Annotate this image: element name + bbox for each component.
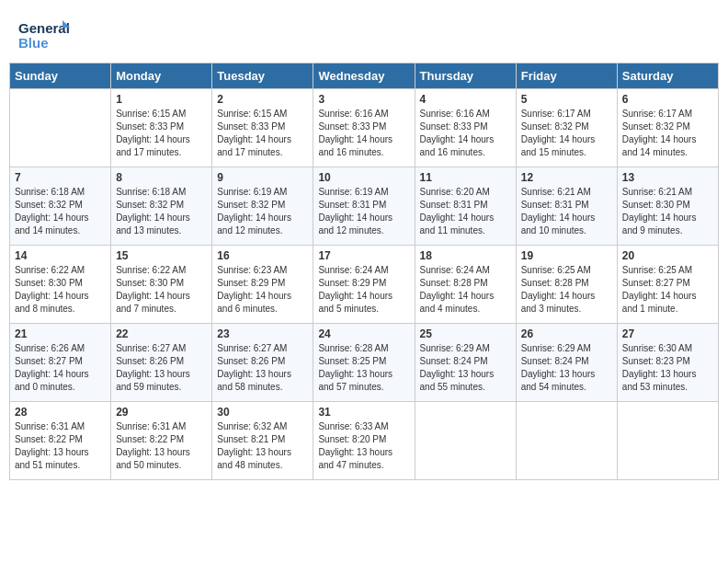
day-number: 14 <box>15 249 106 262</box>
calendar-cell: 28Sunrise: 6:31 AMSunset: 8:22 PMDayligh… <box>10 402 111 480</box>
day-number: 21 <box>15 327 106 340</box>
day-info: Sunrise: 6:22 AMSunset: 8:30 PMDaylight:… <box>15 264 106 316</box>
day-number: 29 <box>116 406 207 419</box>
calendar-week-row: 14Sunrise: 6:22 AMSunset: 8:30 PMDayligh… <box>10 246 719 324</box>
logo: GeneralBlue <box>18 18 74 53</box>
calendar-cell: 16Sunrise: 6:23 AMSunset: 8:29 PMDayligh… <box>212 246 313 324</box>
day-info: Sunrise: 6:27 AMSunset: 8:26 PMDaylight:… <box>116 342 207 394</box>
day-number: 25 <box>420 327 511 340</box>
calendar-cell: 14Sunrise: 6:22 AMSunset: 8:30 PMDayligh… <box>10 246 111 324</box>
calendar-cell: 7Sunrise: 6:18 AMSunset: 8:32 PMDaylight… <box>10 167 111 246</box>
calendar-cell: 12Sunrise: 6:21 AMSunset: 8:31 PMDayligh… <box>516 167 617 246</box>
calendar-cell: 10Sunrise: 6:19 AMSunset: 8:31 PMDayligh… <box>313 167 415 246</box>
day-info: Sunrise: 6:31 AMSunset: 8:22 PMDaylight:… <box>15 420 106 472</box>
day-info: Sunrise: 6:20 AMSunset: 8:31 PMDaylight:… <box>420 186 511 237</box>
calendar-cell: 6Sunrise: 6:17 AMSunset: 8:32 PMDaylight… <box>617 89 718 167</box>
calendar-cell: 11Sunrise: 6:20 AMSunset: 8:31 PMDayligh… <box>415 167 516 246</box>
day-info: Sunrise: 6:19 AMSunset: 8:31 PMDaylight:… <box>318 186 409 237</box>
logo-svg: GeneralBlue <box>18 18 74 53</box>
calendar-cell: 1Sunrise: 6:15 AMSunset: 8:33 PMDaylight… <box>111 89 212 167</box>
svg-text:General: General <box>18 20 70 36</box>
day-info: Sunrise: 6:27 AMSunset: 8:26 PMDaylight:… <box>217 342 308 394</box>
calendar-cell: 29Sunrise: 6:31 AMSunset: 8:22 PMDayligh… <box>111 402 212 480</box>
day-number: 20 <box>622 249 713 262</box>
calendar-cell: 22Sunrise: 6:27 AMSunset: 8:26 PMDayligh… <box>111 324 212 402</box>
calendar-cell: 19Sunrise: 6:25 AMSunset: 8:28 PMDayligh… <box>516 246 617 324</box>
day-number: 17 <box>318 249 409 262</box>
day-info: Sunrise: 6:32 AMSunset: 8:21 PMDaylight:… <box>217 420 308 472</box>
day-number: 26 <box>521 327 612 340</box>
calendar-cell: 30Sunrise: 6:32 AMSunset: 8:21 PMDayligh… <box>212 402 313 480</box>
day-info: Sunrise: 6:28 AMSunset: 8:25 PMDaylight:… <box>318 342 409 394</box>
weekday-header-monday: Monday <box>111 63 212 89</box>
day-info: Sunrise: 6:25 AMSunset: 8:27 PMDaylight:… <box>622 264 713 316</box>
day-info: Sunrise: 6:19 AMSunset: 8:32 PMDaylight:… <box>217 186 308 237</box>
calendar-cell <box>415 402 516 480</box>
calendar-cell: 2Sunrise: 6:15 AMSunset: 8:33 PMDaylight… <box>212 89 313 167</box>
day-info: Sunrise: 6:18 AMSunset: 8:32 PMDaylight:… <box>116 186 207 237</box>
day-info: Sunrise: 6:15 AMSunset: 8:33 PMDaylight:… <box>116 108 207 159</box>
day-number: 4 <box>420 93 511 106</box>
calendar-cell: 21Sunrise: 6:26 AMSunset: 8:27 PMDayligh… <box>10 324 111 402</box>
day-number: 3 <box>318 93 409 106</box>
calendar-cell: 18Sunrise: 6:24 AMSunset: 8:28 PMDayligh… <box>415 246 516 324</box>
svg-text:Blue: Blue <box>18 35 49 51</box>
calendar-week-row: 28Sunrise: 6:31 AMSunset: 8:22 PMDayligh… <box>10 402 719 480</box>
day-number: 12 <box>521 171 612 184</box>
calendar-cell: 8Sunrise: 6:18 AMSunset: 8:32 PMDaylight… <box>111 167 212 246</box>
calendar-cell: 5Sunrise: 6:17 AMSunset: 8:32 PMDaylight… <box>516 89 617 167</box>
day-info: Sunrise: 6:15 AMSunset: 8:33 PMDaylight:… <box>217 108 308 159</box>
day-info: Sunrise: 6:31 AMSunset: 8:22 PMDaylight:… <box>116 420 207 472</box>
day-info: Sunrise: 6:29 AMSunset: 8:24 PMDaylight:… <box>521 342 612 394</box>
day-info: Sunrise: 6:25 AMSunset: 8:28 PMDaylight:… <box>521 264 612 316</box>
weekday-header-thursday: Thursday <box>415 63 516 89</box>
calendar-cell: 17Sunrise: 6:24 AMSunset: 8:29 PMDayligh… <box>313 246 415 324</box>
calendar-cell: 26Sunrise: 6:29 AMSunset: 8:24 PMDayligh… <box>516 324 617 402</box>
day-number: 31 <box>318 406 409 419</box>
day-info: Sunrise: 6:26 AMSunset: 8:27 PMDaylight:… <box>15 342 106 394</box>
calendar-cell: 20Sunrise: 6:25 AMSunset: 8:27 PMDayligh… <box>617 246 718 324</box>
day-number: 24 <box>318 327 409 340</box>
weekday-header-sunday: Sunday <box>10 63 111 89</box>
calendar-cell: 25Sunrise: 6:29 AMSunset: 8:24 PMDayligh… <box>415 324 516 402</box>
weekday-header-saturday: Saturday <box>617 63 718 89</box>
calendar-week-row: 1Sunrise: 6:15 AMSunset: 8:33 PMDaylight… <box>10 89 719 167</box>
calendar-cell <box>617 402 718 480</box>
day-info: Sunrise: 6:24 AMSunset: 8:29 PMDaylight:… <box>318 264 409 316</box>
day-info: Sunrise: 6:22 AMSunset: 8:30 PMDaylight:… <box>116 264 207 316</box>
day-info: Sunrise: 6:16 AMSunset: 8:33 PMDaylight:… <box>318 108 409 159</box>
day-number: 28 <box>15 406 106 419</box>
day-number: 15 <box>116 249 207 262</box>
calendar-cell: 4Sunrise: 6:16 AMSunset: 8:33 PMDaylight… <box>415 89 516 167</box>
day-number: 10 <box>318 171 409 184</box>
day-info: Sunrise: 6:23 AMSunset: 8:29 PMDaylight:… <box>217 264 308 316</box>
calendar-cell: 13Sunrise: 6:21 AMSunset: 8:30 PMDayligh… <box>617 167 718 246</box>
day-number: 23 <box>217 327 308 340</box>
weekday-header-friday: Friday <box>516 63 617 89</box>
day-number: 1 <box>116 93 207 106</box>
day-number: 2 <box>217 93 308 106</box>
day-number: 30 <box>217 406 308 419</box>
day-info: Sunrise: 6:33 AMSunset: 8:20 PMDaylight:… <box>318 420 409 472</box>
day-number: 6 <box>622 93 713 106</box>
day-number: 16 <box>217 249 308 262</box>
weekday-header-row: SundayMondayTuesdayWednesdayThursdayFrid… <box>10 63 719 89</box>
day-number: 18 <box>420 249 511 262</box>
calendar-cell: 3Sunrise: 6:16 AMSunset: 8:33 PMDaylight… <box>313 89 415 167</box>
day-number: 7 <box>15 171 106 184</box>
day-number: 19 <box>521 249 612 262</box>
day-number: 22 <box>116 327 207 340</box>
weekday-header-wednesday: Wednesday <box>313 63 415 89</box>
day-info: Sunrise: 6:21 AMSunset: 8:31 PMDaylight:… <box>521 186 612 237</box>
day-info: Sunrise: 6:17 AMSunset: 8:32 PMDaylight:… <box>622 108 713 159</box>
calendar-table: SundayMondayTuesdayWednesdayThursdayFrid… <box>9 63 719 480</box>
day-number: 5 <box>521 93 612 106</box>
weekday-header-tuesday: Tuesday <box>212 63 313 89</box>
calendar-week-row: 21Sunrise: 6:26 AMSunset: 8:27 PMDayligh… <box>10 324 719 402</box>
day-number: 9 <box>217 171 308 184</box>
day-info: Sunrise: 6:29 AMSunset: 8:24 PMDaylight:… <box>420 342 511 394</box>
calendar-week-row: 7Sunrise: 6:18 AMSunset: 8:32 PMDaylight… <box>10 167 719 246</box>
day-info: Sunrise: 6:18 AMSunset: 8:32 PMDaylight:… <box>15 186 106 237</box>
calendar-cell: 24Sunrise: 6:28 AMSunset: 8:25 PMDayligh… <box>313 324 415 402</box>
calendar-cell: 9Sunrise: 6:19 AMSunset: 8:32 PMDaylight… <box>212 167 313 246</box>
